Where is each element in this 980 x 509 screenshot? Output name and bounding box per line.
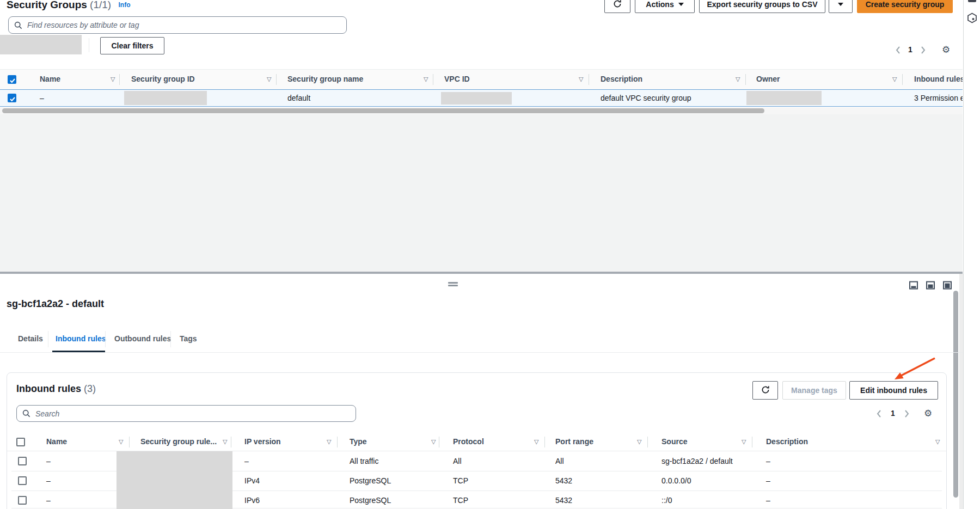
cell-port-range: 5432 <box>555 496 572 505</box>
column-divider[interactable] <box>647 437 648 447</box>
column-header-description[interactable]: Description <box>601 75 642 83</box>
edit-inbound-rules-button[interactable]: Edit inbound rules <box>849 381 938 400</box>
column-header-inbound-rules-count[interactable]: Inbound rules co <box>914 75 963 83</box>
column-header-owner[interactable]: Owner <box>756 75 780 83</box>
row-checkbox[interactable] <box>18 496 27 505</box>
chevron-down-icon <box>838 3 843 6</box>
row-checkbox[interactable] <box>18 457 27 465</box>
column-header-sg-name[interactable]: Security group name <box>287 75 363 83</box>
column-divider[interactable] <box>337 437 338 447</box>
column-divider[interactable] <box>231 437 231 447</box>
column-header-type[interactable]: Type <box>350 437 367 446</box>
partial-icon[interactable] <box>968 0 976 2</box>
page-number[interactable]: 1 <box>891 409 895 418</box>
column-divider[interactable] <box>433 74 433 85</box>
manage-tags-button[interactable]: Manage tags <box>782 381 846 400</box>
cell-source: sg-bcf1a2a2 / default <box>661 457 733 465</box>
export-csv-dropdown-button[interactable] <box>829 0 853 13</box>
clear-filters-button[interactable]: Clear filters <box>100 37 164 54</box>
column-header-description[interactable]: Description <box>766 437 808 446</box>
inbound-refresh-button[interactable] <box>752 381 778 400</box>
row-checkbox[interactable] <box>8 94 16 102</box>
next-page-icon[interactable] <box>904 409 910 420</box>
inbound-search-input[interactable] <box>34 409 350 419</box>
column-header-ip-version[interactable]: IP version <box>244 437 281 446</box>
cell-description: – <box>766 476 770 485</box>
sort-icon[interactable]: ▽ <box>892 76 897 83</box>
column-divider[interactable] <box>119 74 120 85</box>
security-groups-table: Name ▽ Security group ID ▽ Security grou… <box>0 69 963 113</box>
tab-divider <box>105 331 106 347</box>
vertical-scrollbar-track[interactable] <box>959 274 963 509</box>
column-header-source[interactable]: Source <box>661 437 687 446</box>
redacted-owner <box>746 91 822 105</box>
tab-tags[interactable]: Tags <box>180 334 197 343</box>
gear-icon[interactable]: ⚙ <box>942 45 950 54</box>
column-divider[interactable] <box>902 74 903 85</box>
sort-icon[interactable]: ▽ <box>534 438 538 445</box>
find-resources-searchbox <box>8 16 347 34</box>
sort-icon[interactable]: ▽ <box>111 76 115 83</box>
page-number[interactable]: 1 <box>908 45 912 54</box>
panel-size-medium-icon[interactable] <box>924 280 937 291</box>
amazon-q-icon[interactable] <box>967 13 977 26</box>
column-divider[interactable] <box>745 74 746 85</box>
cell-protocol: TCP <box>453 476 468 485</box>
tab-details[interactable]: Details <box>18 334 43 343</box>
select-all-checkbox[interactable] <box>16 438 25 446</box>
sort-icon[interactable]: ▽ <box>935 438 940 445</box>
column-header-name[interactable]: Name <box>40 75 60 83</box>
panel-size-large-icon[interactable] <box>941 280 954 291</box>
sort-icon[interactable]: ▽ <box>119 438 123 445</box>
info-link[interactable]: Info <box>118 1 130 9</box>
tab-outbound-rules[interactable]: Outbound rules <box>114 334 171 343</box>
sort-icon[interactable]: ▽ <box>736 76 740 83</box>
cell-description: default VPC security group <box>601 94 691 102</box>
sort-icon[interactable]: ▽ <box>579 76 583 83</box>
refresh-button[interactable] <box>604 0 630 13</box>
tab-inbound-rules[interactable]: Inbound rules <box>56 334 106 343</box>
cell-protocol: All <box>453 457 462 465</box>
column-header-protocol[interactable]: Protocol <box>453 437 484 446</box>
column-header-sg-rule-id[interactable]: Security group rule... <box>140 437 217 446</box>
create-security-group-button[interactable]: Create security group <box>857 0 953 13</box>
sort-icon[interactable]: ▽ <box>637 438 641 445</box>
column-header-vpc-id[interactable]: VPC ID <box>444 75 470 83</box>
previous-page-icon[interactable] <box>895 46 901 57</box>
gear-icon[interactable]: ⚙ <box>924 409 932 418</box>
chevron-down-icon <box>678 3 684 6</box>
horizontal-scrollbar-track[interactable] <box>0 107 963 114</box>
column-header-sg-id[interactable]: Security group ID <box>131 75 195 83</box>
find-resources-input[interactable] <box>26 20 341 30</box>
column-divider[interactable] <box>589 74 589 85</box>
split-panel-drag-handle[interactable] <box>448 282 458 287</box>
horizontal-scrollbar-thumb[interactable] <box>2 108 764 113</box>
sort-icon[interactable]: ▽ <box>223 438 227 445</box>
export-csv-button[interactable]: Export security groups to CSV <box>699 0 825 13</box>
sort-icon[interactable]: ▽ <box>267 76 271 83</box>
select-all-checkbox[interactable] <box>8 75 16 84</box>
column-divider[interactable] <box>129 437 130 447</box>
previous-page-icon[interactable] <box>876 409 882 420</box>
sort-icon[interactable]: ▽ <box>327 438 331 445</box>
vertical-scrollbar-thumb[interactable] <box>953 291 958 498</box>
sort-icon[interactable]: ▽ <box>424 76 428 83</box>
column-header-port-range[interactable]: Port range <box>555 437 593 446</box>
cell-name: – <box>46 496 51 505</box>
sort-icon[interactable]: ▽ <box>431 438 436 445</box>
column-divider[interactable] <box>439 437 439 447</box>
redacted-filter-token <box>0 35 82 54</box>
sort-icon[interactable]: ▽ <box>742 438 746 445</box>
row-checkbox[interactable] <box>18 476 27 485</box>
cell-port-range: All <box>555 457 564 465</box>
split-panel-divider[interactable] <box>0 272 963 274</box>
actions-button[interactable]: Actions <box>635 0 695 13</box>
column-divider[interactable] <box>752 437 752 447</box>
next-page-icon[interactable] <box>920 46 926 57</box>
column-divider[interactable] <box>544 437 545 447</box>
cell-type: All traffic <box>350 457 378 465</box>
right-side-rail <box>963 0 980 509</box>
panel-size-small-icon[interactable] <box>907 280 920 291</box>
column-divider[interactable] <box>276 74 277 85</box>
column-header-name[interactable]: Name <box>46 437 67 446</box>
